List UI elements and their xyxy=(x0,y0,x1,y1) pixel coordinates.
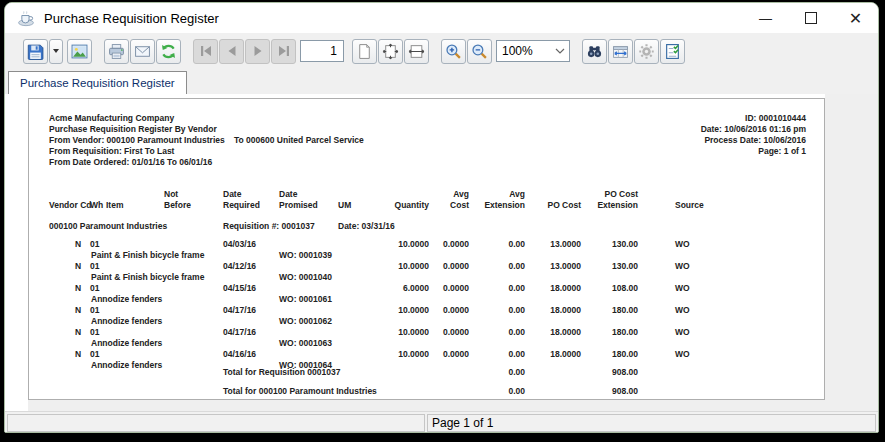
maximize-icon xyxy=(805,12,817,24)
cell-wh: 01 xyxy=(90,305,99,315)
last-page-icon xyxy=(276,43,292,59)
cell-source: WO xyxy=(675,261,690,271)
cell-flag: N xyxy=(75,349,81,359)
col-item: Item xyxy=(106,200,123,210)
email-button[interactable] xyxy=(130,39,155,64)
title-bar: Purchase Requisition Register — ✕ xyxy=(5,3,878,33)
cell-work-order: WO: 0001062 xyxy=(279,316,332,326)
cell-po-cost-extension: 180.00 xyxy=(548,327,638,337)
table-row: N 01 04/03/16 10.0000 0.0000 0.00 13.000… xyxy=(29,239,824,261)
chevron-down-icon xyxy=(53,49,59,53)
cell-flag: N xyxy=(75,283,81,293)
report-viewer: Acme Manufacturing Company Purchase Requ… xyxy=(5,94,878,411)
window-title: Purchase Requisition Register xyxy=(44,11,219,26)
column-width-button[interactable] xyxy=(608,39,633,64)
cell-wh: 01 xyxy=(90,239,99,249)
total-vendor-avg-extension: 0.00 xyxy=(435,386,525,396)
report-id: ID: 0001010444 xyxy=(606,113,806,123)
actual-size-button[interactable] xyxy=(352,39,377,64)
cell-date-required: 04/16/16 xyxy=(223,349,256,359)
cell-date-required: 04/17/16 xyxy=(223,327,256,337)
table-row: N 01 04/16/16 10.0000 0.0000 0.00 18.000… xyxy=(29,349,824,371)
refresh-icon xyxy=(160,43,177,60)
status-page-label: Page 1 of 1 xyxy=(432,416,493,430)
cell-item-description: Annodize fenders xyxy=(91,316,162,326)
close-button[interactable]: ✕ xyxy=(833,3,878,33)
cell-flag: N xyxy=(75,261,81,271)
zoom-in-button[interactable] xyxy=(441,39,466,64)
table-row: N 01 04/17/16 10.0000 0.0000 0.00 18.000… xyxy=(29,327,824,349)
tab-bar: Purchase Requisition Register xyxy=(5,69,878,94)
first-page-button[interactable] xyxy=(193,39,218,64)
zoom-out-button[interactable] xyxy=(467,39,492,64)
report-vendor-to: To 000600 United Parcel Service xyxy=(234,135,364,145)
tab-purchase-requisition-register[interactable]: Purchase Requisition Register xyxy=(8,71,187,94)
fit-width-button[interactable] xyxy=(404,39,429,64)
cell-flag: N xyxy=(75,305,81,315)
cell-po-cost-extension: 180.00 xyxy=(548,305,638,315)
report-title: Purchase Requisition Register By Vendor xyxy=(49,124,217,134)
status-page-indicator: Page 1 of 1 xyxy=(427,414,876,432)
col-po-cost-extension-1: PO Cost xyxy=(548,189,638,199)
export-image-button[interactable] xyxy=(67,39,92,64)
report-rows: N 01 04/03/16 10.0000 0.0000 0.00 13.000… xyxy=(29,239,824,371)
refresh-button[interactable] xyxy=(156,39,181,64)
fit-page-icon xyxy=(382,43,399,60)
settings-button[interactable] xyxy=(634,39,659,64)
cell-item-description: Paint & Finish bicycle frame xyxy=(91,250,204,260)
toolbar: 100% xyxy=(5,33,878,69)
report-date: Date: 10/06/2016 01:16 pm xyxy=(606,124,806,134)
col-date-promised-1: Date xyxy=(279,189,297,199)
column-width-icon xyxy=(612,43,629,60)
cell-item-description: Annodize fenders xyxy=(91,294,162,304)
col-date-promised-2: Promised xyxy=(279,200,318,210)
cell-po-cost-extension: 180.00 xyxy=(548,349,638,359)
col-date-required-1: Date xyxy=(223,189,241,199)
zoom-in-icon xyxy=(445,43,462,60)
col-source: Source xyxy=(675,200,704,210)
minimize-button[interactable]: — xyxy=(743,3,788,33)
total-vendor-label: Total for 000100 Paramount Industries xyxy=(223,386,377,396)
first-page-icon xyxy=(198,43,214,59)
cell-item-description: Annodize fenders xyxy=(91,338,162,348)
cell-wh: 01 xyxy=(90,261,99,271)
cell-work-order: WO: 0001061 xyxy=(279,294,332,304)
cell-po-cost-extension: 108.00 xyxy=(548,283,638,293)
previous-page-button[interactable] xyxy=(219,39,244,64)
chevron-down-icon xyxy=(555,47,569,55)
cell-wh: 01 xyxy=(90,283,99,293)
checklist-icon xyxy=(664,43,681,60)
save-dropdown-button[interactable] xyxy=(49,39,63,64)
zoom-level-select[interactable]: 100% xyxy=(496,40,570,62)
col-not-before-2: Before xyxy=(164,200,191,210)
cell-flag: N xyxy=(75,327,81,337)
col-wh: Wh xyxy=(90,200,103,210)
cell-item-description: Paint & Finish bicycle frame xyxy=(91,272,204,282)
next-page-icon xyxy=(250,43,266,59)
last-page-button[interactable] xyxy=(271,39,296,64)
binoculars-icon xyxy=(586,43,603,60)
maximize-button[interactable] xyxy=(788,3,833,33)
cell-po-cost-extension: 130.00 xyxy=(548,239,638,249)
table-row: N 01 04/12/16 10.0000 0.0000 0.00 13.000… xyxy=(29,261,824,283)
page-number-input[interactable] xyxy=(300,40,344,62)
cell-item-description: Annodize fenders xyxy=(91,360,162,370)
zoom-level-value: 100% xyxy=(502,44,555,58)
group-requisition: Requisition #: 0001037 xyxy=(223,221,315,231)
group-date: Date: 03/31/16 xyxy=(338,221,395,231)
print-button[interactable] xyxy=(104,39,129,64)
find-button[interactable] xyxy=(582,39,607,64)
cell-work-order: WO: 0001063 xyxy=(279,338,332,348)
next-page-button[interactable] xyxy=(245,39,270,64)
cell-wh: 01 xyxy=(90,349,99,359)
zoom-out-icon xyxy=(471,43,488,60)
fit-page-button[interactable] xyxy=(378,39,403,64)
total-vendor-po-extension: 908.00 xyxy=(548,386,638,396)
checklist-button[interactable] xyxy=(660,39,685,64)
app-window: Purchase Requisition Register — ✕ xyxy=(4,2,879,433)
save-button[interactable] xyxy=(23,39,48,64)
viewer-margin-right xyxy=(825,94,878,411)
cell-flag: N xyxy=(75,239,81,249)
col-po-cost-extension-2: Extension xyxy=(548,200,638,210)
cell-work-order: WO: 0001039 xyxy=(279,250,332,260)
